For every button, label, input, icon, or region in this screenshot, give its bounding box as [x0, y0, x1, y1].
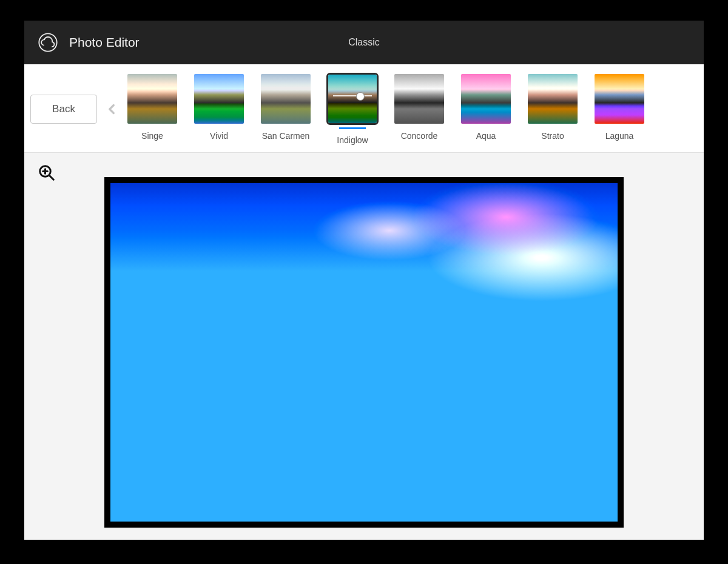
preview-image	[110, 183, 618, 522]
filter-label: San Carmen	[262, 131, 310, 141]
creative-cloud-icon	[38, 32, 58, 53]
filter-item-aqua[interactable]: Aqua	[460, 73, 512, 141]
filter-thumbnail	[326, 73, 379, 125]
filter-item-laguna[interactable]: Laguna	[593, 73, 645, 141]
app-header: Photo Editor Classic	[24, 21, 704, 64]
filter-item-concorde[interactable]: Concorde	[393, 73, 445, 141]
filter-thumbnail	[460, 73, 512, 125]
app-title: Photo Editor	[69, 35, 140, 50]
filter-item-san-carmen[interactable]: San Carmen	[260, 73, 312, 141]
filter-thumbnail	[393, 73, 445, 125]
zoom-in-icon[interactable]	[38, 164, 56, 184]
filter-strip: Back SingeVividSan CarmenIndiglowConcord…	[24, 64, 704, 152]
filter-item-indiglow[interactable]: Indiglow	[326, 73, 379, 145]
image-preview[interactable]	[104, 177, 624, 528]
category-title: Classic	[348, 37, 380, 48]
back-button[interactable]: Back	[30, 95, 97, 124]
selected-indicator	[339, 127, 366, 129]
filter-thumbnail	[193, 73, 245, 125]
svg-line-2	[49, 175, 53, 180]
filter-thumbnail	[126, 73, 178, 125]
workspace	[24, 152, 704, 540]
filter-label: Singe	[141, 131, 163, 141]
app-frame: Photo Editor Classic Back SingeVividSan …	[24, 21, 704, 540]
filter-thumbnail	[260, 73, 312, 125]
filter-item-strato[interactable]: Strato	[527, 73, 579, 141]
filter-label: Laguna	[605, 131, 634, 141]
filter-thumbnail	[527, 73, 579, 125]
filter-label: Aqua	[476, 131, 496, 141]
filter-intensity-slider[interactable]	[333, 95, 372, 96]
filter-thumbnail	[593, 73, 645, 125]
filter-label: Concorde	[401, 131, 438, 141]
filter-item-vivid[interactable]: Vivid	[193, 73, 245, 141]
filter-label: Indiglow	[337, 135, 368, 145]
filter-label: Vivid	[210, 131, 228, 141]
chevron-left-icon[interactable]	[97, 101, 126, 117]
filter-label: Strato	[541, 131, 564, 141]
filter-list: SingeVividSan CarmenIndiglowConcordeAqua…	[126, 73, 704, 145]
filter-item-singe[interactable]: Singe	[126, 73, 178, 141]
